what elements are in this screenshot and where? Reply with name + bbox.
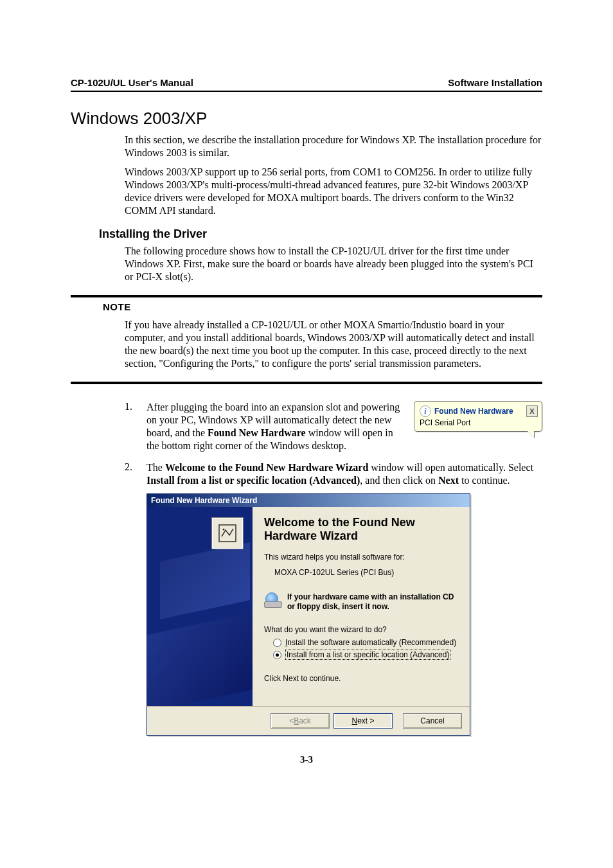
step-1-row: 1. After plugging the board into an expa… (71, 401, 542, 452)
step-2-number: 2. (71, 461, 147, 487)
cd-icon (264, 592, 282, 608)
back-button: < Back (271, 713, 330, 729)
radio-icon-selected (273, 651, 281, 659)
info-icon: i (420, 405, 431, 417)
wizard-cd-hint-row: If your hardware came with an installati… (264, 592, 459, 611)
step-2-bold1: Welcome to the Found New Hardware Wizard (165, 462, 368, 473)
step-1-text: After plugging the board into an expansi… (147, 401, 410, 452)
next-u: N (351, 716, 357, 725)
balloon-subtitle: PCI Serial Port (420, 418, 538, 427)
back-pre: < (289, 716, 294, 725)
page-number: 3-3 (0, 754, 613, 765)
balloon-title-text: Found New Hardware (434, 407, 513, 416)
balloon-close-button[interactable]: X (526, 405, 538, 417)
wizard-option-advanced[interactable]: Install from a list or specific location… (273, 650, 459, 660)
step-1-number: 1. (71, 401, 147, 452)
header-right: Software Installation (448, 77, 542, 88)
wizard-titlebar: Found New Hardware Wizard (147, 494, 470, 507)
wizard-device-name: MOXA CP-102UL Series (PCI Bus) (274, 568, 459, 577)
svg-point-1 (223, 529, 225, 531)
step-2-bold3: Next (438, 475, 459, 486)
balloon-title: i Found New Hardware (420, 405, 513, 417)
wizard-side-graphic (147, 507, 253, 706)
intro-paragraph-1: In this section, we describe the install… (125, 134, 542, 159)
note-label: NOTE (103, 301, 542, 312)
next-post: ext > (357, 716, 374, 725)
document-page: CP-102U/UL User's Manual Software Instal… (0, 0, 613, 868)
back-post: ack (299, 716, 311, 725)
wizard-help-line: This wizard helps you install software f… (264, 553, 459, 562)
step-2-bold2: Install from a list or specific location… (147, 475, 360, 486)
radio-icon (273, 639, 281, 647)
step-2-text: The Welcome to the Found New Hardware Wi… (147, 461, 542, 487)
cancel-button[interactable]: Cancel (403, 713, 462, 729)
found-new-hardware-wizard-dialog: Found New Hardware Wizard Welcome to the… (147, 493, 470, 736)
balloon-tail (528, 431, 534, 438)
wizard-cd-hint: If your hardware came with an installati… (287, 592, 459, 611)
intro-paragraph-2: Windows 2003/XP support up to 256 serial… (125, 166, 542, 217)
wizard-option-auto-label: Install the software automatically (Reco… (285, 638, 456, 647)
wizard-option-auto[interactable]: Install the software automatically (Reco… (273, 638, 459, 647)
note-box: NOTE If you have already installed a CP-… (71, 295, 542, 384)
step-2-pre: The (147, 462, 165, 473)
wizard-heading: Welcome to the Found New Hardware Wizard (264, 516, 459, 542)
wizard-button-bar: < Back Next > Cancel (147, 706, 470, 735)
wizard-click-next: Click Next to continue. (264, 674, 459, 683)
step-2-row: 2. The Welcome to the Found New Hardware… (71, 461, 542, 487)
wizard-hardware-icon (211, 517, 244, 549)
found-new-hardware-balloon: i Found New Hardware X PCI Serial Port (414, 401, 542, 452)
section-title: Windows 2003/XP (71, 109, 542, 128)
step-1-bold: Found New Hardware (208, 427, 306, 438)
step-2-mid2: , and then click on (360, 475, 438, 486)
next-button[interactable]: Next > (333, 713, 393, 729)
wizard-option-advanced-label: Install from a list or specific location… (285, 650, 450, 660)
page-header: CP-102U/UL User's Manual Software Instal… (71, 77, 542, 92)
wizard-question: What do you want the wizard to do? (264, 625, 459, 634)
header-left: CP-102U/UL User's Manual (71, 77, 193, 88)
subsection-title: Installing the Driver (99, 227, 542, 241)
subsection-paragraph: The following procedure shows how to ins… (125, 245, 542, 283)
step-2-post: to continue. (459, 475, 510, 486)
step-2-mid1: window will open automatically. Select (368, 462, 533, 473)
back-u: B (294, 716, 299, 725)
note-body: If you have already installed a CP-102U/… (125, 319, 542, 370)
